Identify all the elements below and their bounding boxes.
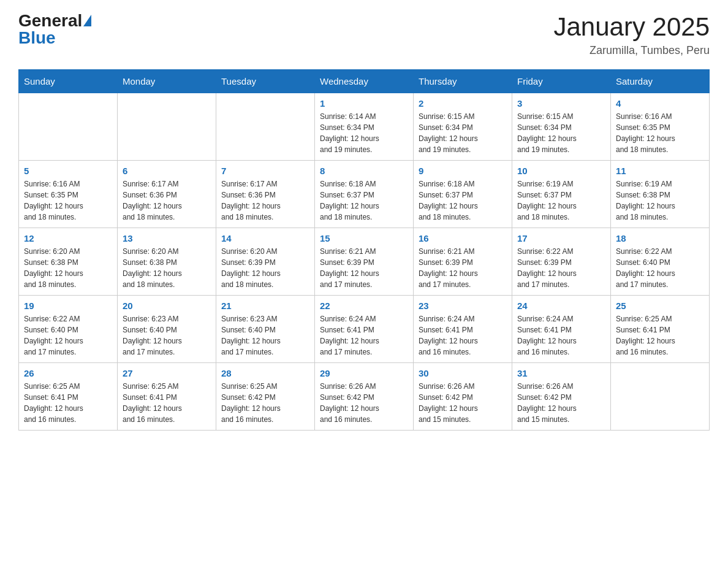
day-info: Sunrise: 6:21 AM Sunset: 6:39 PM Dayligh… [320, 246, 408, 290]
calendar-header-wednesday: Wednesday [315, 70, 414, 93]
day-info: Sunrise: 6:21 AM Sunset: 6:39 PM Dayligh… [419, 246, 507, 290]
calendar-cell: 1Sunrise: 6:14 AM Sunset: 6:34 PM Daylig… [315, 93, 414, 161]
calendar-cell: 11Sunrise: 6:19 AM Sunset: 6:38 PM Dayli… [611, 161, 710, 228]
calendar-cell [19, 93, 118, 161]
day-info: Sunrise: 6:15 AM Sunset: 6:34 PM Dayligh… [419, 111, 507, 155]
day-number: 4 [616, 98, 704, 109]
calendar-cell: 10Sunrise: 6:19 AM Sunset: 6:37 PM Dayli… [512, 161, 611, 228]
day-number: 9 [419, 166, 507, 176]
calendar-cell: 14Sunrise: 6:20 AM Sunset: 6:39 PM Dayli… [216, 228, 315, 296]
day-number: 21 [221, 301, 309, 311]
page-header: GeneralBlue January 2025 Zarumilla, Tumb… [18, 12, 710, 57]
day-number: 25 [616, 301, 704, 311]
calendar-cell: 8Sunrise: 6:18 AM Sunset: 6:37 PM Daylig… [315, 161, 414, 228]
day-number: 8 [320, 166, 408, 176]
day-info: Sunrise: 6:26 AM Sunset: 6:42 PM Dayligh… [320, 381, 408, 425]
day-info: Sunrise: 6:24 AM Sunset: 6:41 PM Dayligh… [320, 313, 408, 358]
calendar-cell: 23Sunrise: 6:24 AM Sunset: 6:41 PM Dayli… [414, 296, 512, 363]
page-subtitle: Zarumilla, Tumbes, Peru [553, 44, 710, 57]
calendar-week-row: 1Sunrise: 6:14 AM Sunset: 6:34 PM Daylig… [19, 93, 710, 161]
day-number: 18 [616, 233, 704, 243]
day-info: Sunrise: 6:24 AM Sunset: 6:41 PM Dayligh… [419, 313, 507, 358]
calendar-cell: 26Sunrise: 6:25 AM Sunset: 6:41 PM Dayli… [19, 363, 118, 431]
calendar-cell: 30Sunrise: 6:26 AM Sunset: 6:42 PM Dayli… [414, 363, 512, 431]
day-number: 10 [517, 166, 605, 176]
day-number: 15 [320, 233, 408, 243]
calendar-cell: 18Sunrise: 6:22 AM Sunset: 6:40 PM Dayli… [611, 228, 710, 296]
day-number: 29 [320, 368, 408, 378]
calendar-header-tuesday: Tuesday [216, 70, 315, 93]
day-number: 14 [221, 233, 309, 243]
calendar-cell: 24Sunrise: 6:24 AM Sunset: 6:41 PM Dayli… [512, 296, 611, 363]
calendar-cell: 19Sunrise: 6:22 AM Sunset: 6:40 PM Dayli… [19, 296, 118, 363]
day-info: Sunrise: 6:16 AM Sunset: 6:35 PM Dayligh… [24, 178, 112, 223]
day-info: Sunrise: 6:20 AM Sunset: 6:38 PM Dayligh… [123, 246, 211, 290]
day-info: Sunrise: 6:15 AM Sunset: 6:34 PM Dayligh… [517, 111, 605, 155]
calendar-header-sunday: Sunday [19, 70, 118, 93]
day-info: Sunrise: 6:26 AM Sunset: 6:42 PM Dayligh… [517, 381, 605, 425]
day-info: Sunrise: 6:25 AM Sunset: 6:41 PM Dayligh… [123, 381, 211, 425]
calendar-cell: 6Sunrise: 6:17 AM Sunset: 6:36 PM Daylig… [118, 161, 216, 228]
calendar-cell: 9Sunrise: 6:18 AM Sunset: 6:37 PM Daylig… [414, 161, 512, 228]
calendar-cell: 20Sunrise: 6:23 AM Sunset: 6:40 PM Dayli… [118, 296, 216, 363]
day-number: 16 [419, 233, 507, 243]
calendar-cell: 16Sunrise: 6:21 AM Sunset: 6:39 PM Dayli… [414, 228, 512, 296]
calendar-cell: 31Sunrise: 6:26 AM Sunset: 6:42 PM Dayli… [512, 363, 611, 431]
calendar-cell: 2Sunrise: 6:15 AM Sunset: 6:34 PM Daylig… [414, 93, 512, 161]
day-info: Sunrise: 6:24 AM Sunset: 6:41 PM Dayligh… [517, 313, 605, 358]
calendar-cell: 4Sunrise: 6:16 AM Sunset: 6:35 PM Daylig… [611, 93, 710, 161]
calendar-cell: 17Sunrise: 6:22 AM Sunset: 6:39 PM Dayli… [512, 228, 611, 296]
calendar-header-saturday: Saturday [611, 70, 710, 93]
day-number: 27 [123, 368, 211, 378]
day-info: Sunrise: 6:18 AM Sunset: 6:37 PM Dayligh… [320, 178, 408, 223]
day-info: Sunrise: 6:17 AM Sunset: 6:36 PM Dayligh… [123, 178, 211, 223]
calendar-header-row: SundayMondayTuesdayWednesdayThursdayFrid… [19, 70, 710, 93]
calendar-cell [611, 363, 710, 431]
day-info: Sunrise: 6:19 AM Sunset: 6:37 PM Dayligh… [517, 178, 605, 223]
day-info: Sunrise: 6:19 AM Sunset: 6:38 PM Dayligh… [616, 178, 704, 223]
calendar-header-monday: Monday [118, 70, 216, 93]
day-number: 12 [24, 233, 112, 243]
logo: GeneralBlue [18, 12, 91, 47]
calendar-cell: 28Sunrise: 6:25 AM Sunset: 6:42 PM Dayli… [216, 363, 315, 431]
calendar-week-row: 19Sunrise: 6:22 AM Sunset: 6:40 PM Dayli… [19, 296, 710, 363]
day-number: 13 [123, 233, 211, 243]
day-info: Sunrise: 6:16 AM Sunset: 6:35 PM Dayligh… [616, 111, 704, 155]
day-number: 26 [24, 368, 112, 378]
day-info: Sunrise: 6:20 AM Sunset: 6:39 PM Dayligh… [221, 246, 309, 290]
day-info: Sunrise: 6:23 AM Sunset: 6:40 PM Dayligh… [221, 313, 309, 358]
calendar-week-row: 12Sunrise: 6:20 AM Sunset: 6:38 PM Dayli… [19, 228, 710, 296]
day-number: 19 [24, 301, 112, 311]
page-title: January 2025 [553, 12, 710, 42]
day-info: Sunrise: 6:25 AM Sunset: 6:41 PM Dayligh… [24, 381, 112, 425]
day-number: 28 [221, 368, 309, 378]
day-number: 7 [221, 166, 309, 176]
calendar-cell: 27Sunrise: 6:25 AM Sunset: 6:41 PM Dayli… [118, 363, 216, 431]
day-info: Sunrise: 6:14 AM Sunset: 6:34 PM Dayligh… [320, 111, 408, 155]
day-number: 1 [320, 98, 408, 109]
day-info: Sunrise: 6:23 AM Sunset: 6:40 PM Dayligh… [123, 313, 211, 358]
day-info: Sunrise: 6:22 AM Sunset: 6:39 PM Dayligh… [517, 246, 605, 290]
calendar-cell: 29Sunrise: 6:26 AM Sunset: 6:42 PM Dayli… [315, 363, 414, 431]
calendar-header-friday: Friday [512, 70, 611, 93]
calendar-table: SundayMondayTuesdayWednesdayThursdayFrid… [18, 69, 710, 431]
title-block: January 2025 Zarumilla, Tumbes, Peru [553, 12, 710, 57]
calendar-cell: 3Sunrise: 6:15 AM Sunset: 6:34 PM Daylig… [512, 93, 611, 161]
day-number: 2 [419, 98, 507, 109]
day-number: 3 [517, 98, 605, 109]
day-info: Sunrise: 6:25 AM Sunset: 6:41 PM Dayligh… [616, 313, 704, 358]
day-info: Sunrise: 6:22 AM Sunset: 6:40 PM Dayligh… [616, 246, 704, 290]
calendar-header-thursday: Thursday [414, 70, 512, 93]
day-number: 31 [517, 368, 605, 378]
calendar-cell: 25Sunrise: 6:25 AM Sunset: 6:41 PM Dayli… [611, 296, 710, 363]
day-number: 24 [517, 301, 605, 311]
calendar-week-row: 5Sunrise: 6:16 AM Sunset: 6:35 PM Daylig… [19, 161, 710, 228]
calendar-week-row: 26Sunrise: 6:25 AM Sunset: 6:41 PM Dayli… [19, 363, 710, 431]
day-number: 23 [419, 301, 507, 311]
calendar-cell [216, 93, 315, 161]
day-info: Sunrise: 6:17 AM Sunset: 6:36 PM Dayligh… [221, 178, 309, 223]
calendar-cell: 15Sunrise: 6:21 AM Sunset: 6:39 PM Dayli… [315, 228, 414, 296]
day-number: 11 [616, 166, 704, 176]
calendar-cell: 21Sunrise: 6:23 AM Sunset: 6:40 PM Dayli… [216, 296, 315, 363]
calendar-cell: 5Sunrise: 6:16 AM Sunset: 6:35 PM Daylig… [19, 161, 118, 228]
